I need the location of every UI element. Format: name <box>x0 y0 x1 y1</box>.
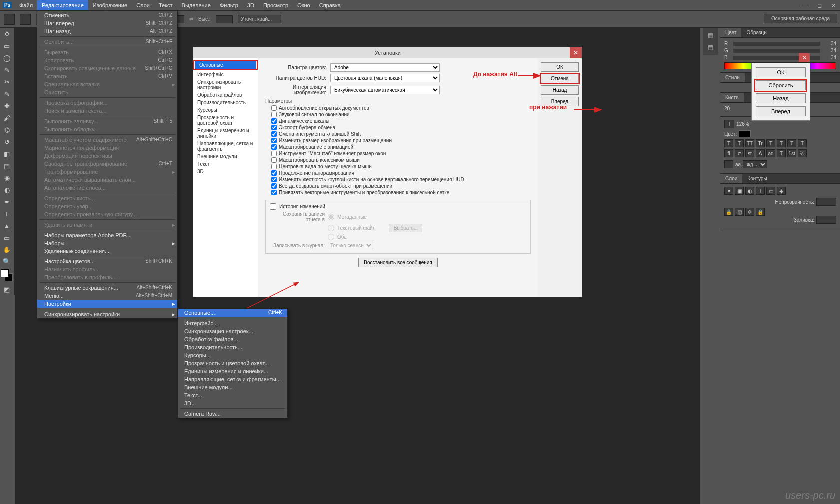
stamp-tool-icon[interactable]: ⌬ <box>0 124 13 135</box>
pref-checkbox[interactable] <box>271 157 277 163</box>
opacity-input[interactable] <box>816 198 836 206</box>
fill-input[interactable] <box>816 216 836 224</box>
prefs-submenu-item[interactable]: Курсоры... <box>178 351 287 359</box>
edit-menu-item[interactable]: Меню...Alt+Shift+Ctrl+M <box>37 292 177 300</box>
prev-button[interactable]: Назад <box>541 85 579 95</box>
marquee-tool-icon[interactable]: ▭ <box>0 40 13 51</box>
menu-3d[interactable]: 3D <box>243 0 259 10</box>
refine-edge-button[interactable]: Уточн. край... <box>238 15 282 23</box>
edit-menu-item[interactable]: Шаг назадAlt+Ctrl+Z <box>37 27 177 35</box>
prefs-category[interactable]: Единицы измерения и линейки <box>193 127 258 140</box>
pref-checkbox[interactable] <box>271 183 277 189</box>
prefs-submenu-item[interactable]: Прозрачность и цветовой охват... <box>178 359 287 367</box>
prefs-submenu-item[interactable]: Внешние модули... <box>178 383 287 391</box>
edit-menu-item[interactable]: Настройки▸ <box>37 300 177 308</box>
workspace-switcher[interactable]: Основная рабочая среда <box>764 14 837 23</box>
quick-select-tool-icon[interactable]: ✎ <box>0 64 13 75</box>
prefs-submenu-item[interactable]: Направляющие, сетка и фрагменты... <box>178 375 287 383</box>
type-tool-icon[interactable]: T <box>0 208 13 219</box>
pref-checkbox[interactable] <box>271 164 277 169</box>
menu-редактирование[interactable]: Редактирование <box>37 0 88 10</box>
prefs-category[interactable]: Внешние модули <box>193 153 258 160</box>
alt-ok-button[interactable]: ОК <box>756 67 806 77</box>
superscript-icon[interactable]: T <box>766 139 775 147</box>
strikethrough-icon[interactable]: T <box>798 139 807 147</box>
menu-выделение[interactable]: Выделение <box>177 0 215 10</box>
menu-файл[interactable]: Файл <box>15 0 37 10</box>
marquee-new-icon[interactable] <box>20 14 31 25</box>
swatches-tab[interactable]: Образцы <box>741 28 772 37</box>
aa-select[interactable]: жд... <box>743 160 767 168</box>
pref-checkbox[interactable] <box>271 170 277 176</box>
cancel-button[interactable]: Отмена <box>541 74 579 83</box>
pen-tool-icon[interactable]: ✒ <box>0 196 13 207</box>
menu-слои[interactable]: Слои <box>132 0 154 10</box>
pref-checkbox[interactable] <box>271 118 277 124</box>
prefs-category[interactable]: Производительность <box>193 99 258 106</box>
color-swatch[interactable] <box>1 269 13 281</box>
underline-icon[interactable]: T <box>787 139 796 147</box>
color-slider[interactable] <box>733 49 820 53</box>
hand-tool-icon[interactable]: ✋ <box>0 244 13 255</box>
alt-next-button[interactable]: Вперед <box>756 106 806 116</box>
italic-icon[interactable]: T <box>735 139 744 147</box>
edit-menu-item[interactable]: ОтменитьCtrl+Z <box>37 11 177 19</box>
prefs-submenu-item[interactable]: Основные...Ctrl+K <box>178 309 287 317</box>
menu-текст[interactable]: Текст <box>154 0 177 10</box>
dodge-tool-icon[interactable]: ◐ <box>0 184 13 195</box>
pref-checkbox[interactable] <box>271 151 277 156</box>
pref-checkbox[interactable] <box>271 125 277 130</box>
close-window-button[interactable]: ✕ <box>826 0 840 11</box>
smallcaps-icon[interactable]: Tr <box>756 139 765 147</box>
prefs-category[interactable]: Интерфейс <box>193 71 258 78</box>
edit-menu-item[interactable]: Удаленные соединения... <box>37 247 177 255</box>
prefs-category[interactable]: Текст <box>193 160 258 168</box>
prefs-category[interactable]: Обработка файлов <box>193 91 258 99</box>
alt-reset-button[interactable]: Сбросить <box>756 80 806 90</box>
lasso-tool-icon[interactable]: ◯ <box>0 52 13 63</box>
path-select-tool-icon[interactable]: ▲ <box>0 220 13 231</box>
maximize-button[interactable]: ◻ <box>812 0 826 11</box>
history-log-checkbox[interactable] <box>270 203 276 210</box>
move-tool-icon[interactable]: ✥ <box>0 28 13 39</box>
pref-checkbox[interactable] <box>271 190 277 195</box>
pref-checkbox[interactable] <box>271 138 277 143</box>
prefs-category[interactable]: 3D <box>193 168 258 175</box>
edit-menu-item[interactable]: Синхронизировать настройки▸ <box>37 310 177 318</box>
prefs-submenu-item[interactable]: Интерфейс... <box>178 319 287 327</box>
prefs-submenu-item[interactable]: Camera Raw... <box>178 410 287 418</box>
prefs-category[interactable]: Прозрачность и цветовой охват <box>193 114 258 127</box>
pref-checkbox[interactable] <box>271 131 277 137</box>
styles-tab[interactable]: Стили <box>720 73 745 82</box>
quickmask-icon[interactable]: ◩ <box>0 284 13 295</box>
prefs-category[interactable]: Направляющие, сетка и фрагменты <box>193 140 258 153</box>
prefs-submenu-item[interactable]: Текст... <box>178 391 287 399</box>
blur-tool-icon[interactable]: ◉ <box>0 172 13 183</box>
menu-просмотр[interactable]: Просмотр <box>259 0 293 10</box>
ok-button[interactable]: ОК <box>541 62 579 72</box>
color-slider[interactable] <box>733 42 820 46</box>
edit-menu-item[interactable]: Наборы▸ <box>37 239 177 247</box>
menu-изображение[interactable]: Изображение <box>88 0 132 10</box>
pref-checkbox[interactable] <box>271 112 277 117</box>
layers-tab[interactable]: Слои <box>720 174 742 183</box>
char-color-swatch[interactable] <box>739 130 751 137</box>
pref-checkbox[interactable] <box>271 105 277 111</box>
edit-menu-item[interactable]: Клавиатурные сокращения...Alt+Shift+Ctrl… <box>37 284 177 292</box>
prefs-submenu-item[interactable]: Синхронизация настроек... <box>178 327 287 335</box>
prefs-category[interactable]: Синхронизировать настройки <box>193 78 258 91</box>
menu-окно[interactable]: Окно <box>293 0 315 10</box>
edit-menu-item[interactable]: Шаг впередShift+Ctrl+Z <box>37 19 177 27</box>
crop-tool-icon[interactable]: ✂ <box>0 76 13 87</box>
subscript-icon[interactable]: T <box>777 139 786 147</box>
zoom-tool-icon[interactable]: 🔍 <box>0 256 13 267</box>
history-panel-icon[interactable]: ▦ <box>704 30 716 41</box>
edit-menu-item[interactable]: Наборы параметров Adobe PDF... <box>37 231 177 239</box>
prefs-submenu-item[interactable]: 3D... <box>178 399 287 407</box>
eyedropper-tool-icon[interactable]: ✎ <box>0 88 13 99</box>
tool-preset-button[interactable] <box>4 14 15 25</box>
paths-tab[interactable]: Контуры <box>742 174 772 183</box>
brush-tool-icon[interactable]: 🖌 <box>0 112 13 123</box>
hud-select[interactable]: Цветовая шкала (маленькая) <box>330 74 440 82</box>
pref-checkbox[interactable] <box>271 144 277 150</box>
